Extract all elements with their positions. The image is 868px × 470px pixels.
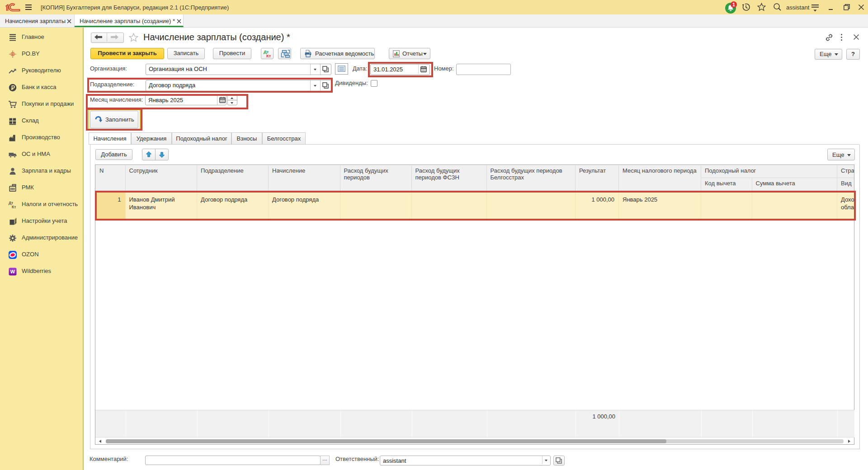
svg-text:1: 1 (732, 2, 735, 7)
svg-text:W: W (10, 269, 15, 274)
svg-text:Кт: Кт (12, 205, 16, 209)
